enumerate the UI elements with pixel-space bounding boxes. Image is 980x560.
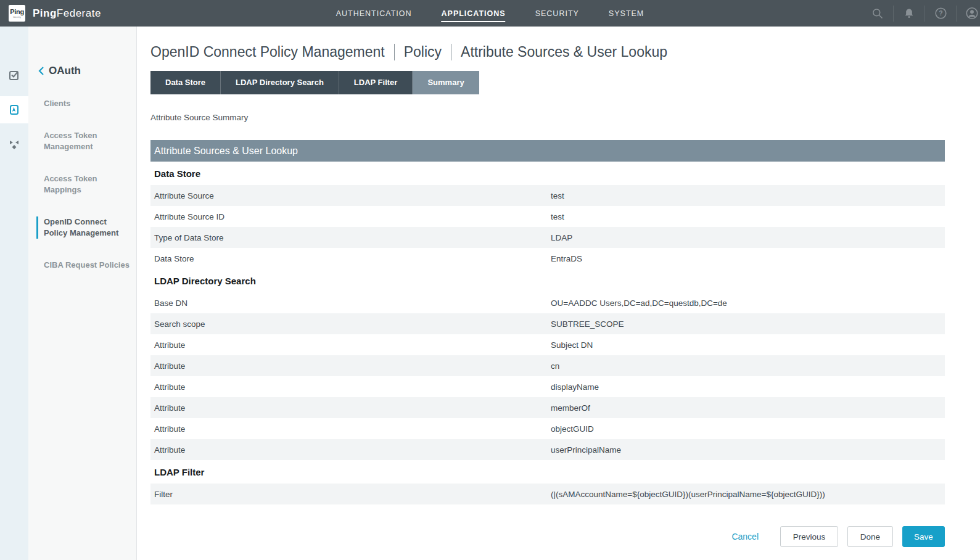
- mappings-icon: [7, 137, 22, 152]
- table-row: Filter (|(sAMAccountName=${objectGUID})(…: [150, 484, 945, 504]
- clients-icon: [7, 68, 22, 83]
- app-shell: OAuth ClientsAccess Token ManagementAcce…: [0, 27, 980, 560]
- nav-security[interactable]: SECURITY: [535, 0, 579, 27]
- save-button[interactable]: Save: [902, 526, 945, 547]
- summary-table: Attribute Sources & User Lookup Data Sto…: [150, 140, 945, 504]
- done-button[interactable]: Done: [847, 526, 893, 547]
- row-label: Type of Data Store: [154, 233, 551, 242]
- app-title: PingFederate: [33, 7, 101, 20]
- sidebar-nav: ClientsAccess Token ManagementAccess Tok…: [36, 98, 130, 271]
- row-label: Attribute: [154, 340, 551, 350]
- ping-logo[interactable]: Ping Identity: [9, 5, 25, 22]
- ping-logo-text: Ping: [10, 9, 24, 15]
- icon-rail: [0, 27, 28, 560]
- sidebar: OAuth ClientsAccess Token ManagementAcce…: [28, 27, 137, 560]
- chevron-left-icon: [38, 66, 44, 76]
- topbar-actions: ?: [871, 0, 971, 27]
- row-label: Attribute Source: [154, 191, 551, 200]
- wizard-tabs: Data StoreLDAP Directory SearchLDAP Filt…: [150, 71, 945, 94]
- table-row: Data Store EntraDS: [150, 248, 945, 269]
- row-value: test: [551, 212, 945, 221]
- row-value: SUBTREE_SCOPE: [551, 319, 945, 329]
- table-row: Attribute userPrincipalName: [150, 439, 945, 460]
- cancel-button[interactable]: Cancel: [731, 532, 759, 541]
- row-label: Attribute: [154, 445, 551, 455]
- rail-item-access-token[interactable]: [0, 96, 28, 123]
- row-label: Data Store: [154, 254, 551, 263]
- row-label: Filter: [154, 490, 551, 499]
- row-value: OU=AADDC Users,DC=ad,DC=questdb,DC=de: [551, 299, 945, 308]
- svg-text:?: ?: [939, 9, 942, 17]
- table-header: Attribute Sources & User Lookup: [150, 140, 945, 162]
- divider: [924, 6, 925, 22]
- nav-system[interactable]: SYSTEM: [609, 0, 644, 27]
- nav-applications[interactable]: APPLICATIONS: [442, 0, 506, 27]
- top-navigation-bar: Ping Identity PingFederate AUTHENTICATIO…: [0, 0, 980, 27]
- row-label: Attribute: [154, 424, 551, 434]
- row-value: test: [551, 191, 945, 200]
- table-row: Attribute displayName: [150, 376, 945, 397]
- row-label: Attribute: [154, 403, 551, 413]
- search-icon[interactable]: [871, 7, 884, 20]
- table-row: Base DN OU=AADDC Users,DC=ad,DC=questdb,…: [150, 292, 945, 313]
- access-token-icon: [7, 102, 22, 117]
- sidebar-item-openid-connect-policy-management[interactable]: OpenID Connect Policy Management: [36, 216, 130, 239]
- ping-logo-subtext: Identity: [13, 16, 21, 19]
- row-value: objectGUID: [551, 424, 945, 434]
- row-value: Subject DN: [551, 340, 945, 350]
- divider: [893, 6, 894, 22]
- table-body: Data Store Attribute Source test Attribu…: [150, 162, 945, 504]
- divider: [956, 6, 957, 22]
- row-value: memberOf: [551, 403, 945, 413]
- footer-actions: Cancel Previous Done Save: [150, 526, 945, 547]
- breadcrumb-separator: [451, 44, 451, 60]
- breadcrumb-part: Policy: [404, 44, 442, 60]
- breadcrumb-separator: [394, 44, 395, 60]
- tab-data-store[interactable]: Data Store: [150, 71, 221, 94]
- table-row: Type of Data Store LDAP: [150, 227, 945, 248]
- sidebar-item-access-token-mappings[interactable]: Access Token Mappings: [36, 173, 130, 196]
- previous-button[interactable]: Previous: [780, 526, 838, 547]
- row-value: cn: [551, 361, 945, 371]
- page-title: OpenID Connect Policy ManagementPolicyAt…: [150, 44, 945, 60]
- sidebar-item-clients[interactable]: Clients: [36, 98, 130, 109]
- row-label: Attribute: [154, 361, 551, 371]
- row-value: displayName: [551, 382, 945, 392]
- table-row: Attribute Source test: [150, 185, 945, 206]
- rail-item-clients[interactable]: [0, 62, 28, 89]
- summary-label: Attribute Source Summary: [150, 113, 945, 122]
- breadcrumb-part: Attribute Sources & User Lookup: [461, 44, 667, 60]
- row-value: EntraDS: [551, 254, 945, 263]
- breadcrumb-part: OpenID Connect Policy Management: [150, 44, 385, 60]
- table-row: Attribute objectGUID: [150, 418, 945, 439]
- main-content: OpenID Connect Policy ManagementPolicyAt…: [137, 27, 980, 560]
- row-label: Attribute Source ID: [154, 212, 551, 221]
- table-row: Attribute cn: [150, 355, 945, 376]
- row-value: LDAP: [551, 233, 945, 242]
- row-label: Attribute: [154, 382, 551, 392]
- sidebar-item-ciba-request-policies[interactable]: CIBA Request Policies: [36, 260, 130, 271]
- row-label: Base DN: [154, 299, 551, 308]
- table-row: Attribute Subject DN: [150, 334, 945, 355]
- account-icon[interactable]: [965, 7, 979, 20]
- tab-ldap-directory-search[interactable]: LDAP Directory Search: [221, 71, 339, 94]
- row-value: (|(sAMAccountName=${objectGUID})(userPri…: [551, 490, 945, 499]
- brand: Ping Identity PingFederate: [9, 5, 101, 22]
- section-title-ldap-filter: LDAP Filter: [150, 460, 945, 484]
- row-value: userPrincipalName: [551, 445, 945, 455]
- primary-nav: AUTHENTICATIONAPPLICATIONSSECURITYSYSTEM: [336, 0, 644, 27]
- section-title-data-store: Data Store: [150, 162, 945, 185]
- help-icon[interactable]: ?: [934, 7, 947, 20]
- tab-ldap-filter[interactable]: LDAP Filter: [339, 71, 413, 94]
- section-title-ldap-directory-search: LDAP Directory Search: [150, 269, 945, 292]
- sidebar-item-access-token-management[interactable]: Access Token Management: [36, 130, 130, 152]
- rail-item-mappings[interactable]: [0, 131, 28, 158]
- notifications-icon[interactable]: [902, 7, 916, 20]
- tab-summary[interactable]: Summary: [413, 71, 479, 94]
- row-label: Search scope: [154, 319, 551, 329]
- table-row: Search scope SUBTREE_SCOPE: [150, 313, 945, 334]
- table-row: Attribute memberOf: [150, 397, 945, 418]
- nav-authentication[interactable]: AUTHENTICATION: [336, 0, 412, 27]
- sidebar-back-oauth[interactable]: OAuth: [38, 65, 130, 77]
- sidebar-back-label: OAuth: [49, 65, 81, 77]
